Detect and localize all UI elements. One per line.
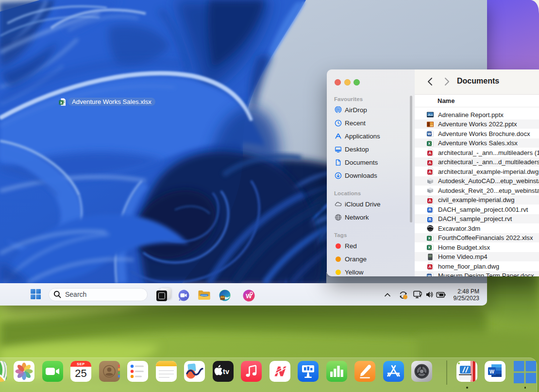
svg-text:W: W: [427, 274, 431, 277]
svg-text:X: X: [428, 245, 431, 250]
svg-text:A: A: [428, 198, 431, 203]
svg-text:A: A: [428, 170, 431, 174]
svg-text:W: W: [489, 368, 494, 374]
svg-text:A: A: [428, 160, 431, 165]
svg-text:W: W: [427, 132, 431, 136]
svg-text:A: A: [428, 151, 431, 155]
svg-text:X: X: [428, 141, 431, 146]
svg-text:X: X: [428, 236, 431, 240]
svg-text:R: R: [428, 207, 431, 212]
svg-text:A: A: [428, 264, 431, 269]
svg-text:X: X: [60, 100, 62, 104]
svg-text:R: R: [428, 217, 431, 222]
svg-text:tv: tv: [223, 367, 229, 375]
svg-text:W: W: [246, 292, 252, 299]
